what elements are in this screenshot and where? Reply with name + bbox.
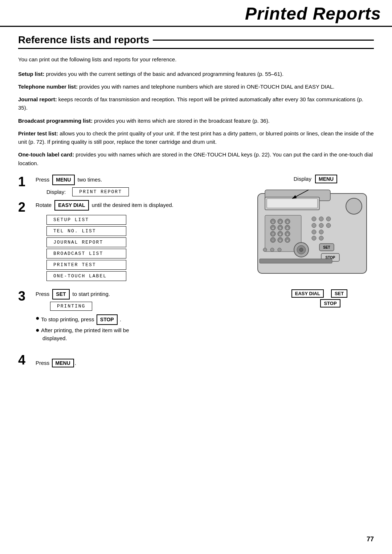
title-line (153, 40, 374, 41)
diag-display-row: Display MENU (294, 175, 338, 183)
step-1-number: 1 (18, 175, 36, 188)
page-header: Printed Reports (0, 0, 392, 27)
para-printer: Printer test list: allows you to check t… (18, 129, 374, 146)
page-title: Printed Reports (245, 4, 381, 24)
svg-point-32 (319, 217, 323, 221)
steps-right: Display MENU (250, 175, 374, 348)
step-3-bullets: ● To stop printing, press STOP . ● After… (36, 314, 243, 343)
diag-easy-dial-button[interactable]: EASY DIAL (291, 289, 324, 298)
svg-point-35 (319, 223, 323, 228)
stop-label-group: STOP (319, 299, 341, 307)
step-4-text: Press (36, 360, 49, 366)
step-2-easydial-button[interactable]: EASY DIAL (54, 200, 89, 211)
svg-text:SET: SET (323, 245, 330, 249)
bullet-1-text: To stop printing, press STOP . (41, 314, 121, 325)
easy-dial-label-group: EASY DIAL (291, 289, 324, 298)
svg-point-38 (319, 230, 323, 234)
set-label-group: SET (330, 289, 348, 298)
steps-columns: 1 Press MENU two times. Display: PRINT R… (18, 175, 374, 348)
step-3-line: Press SET to start printing. (36, 289, 243, 300)
svg-rect-52 (260, 259, 332, 263)
intro-text: You can print out the following lists an… (18, 56, 374, 64)
para-broadcast: Broadcast programming list: provides you… (18, 117, 374, 125)
svg-text:5: 5 (279, 227, 281, 230)
para-setup-bold: Setup list: (18, 71, 45, 77)
step-2-line: Rotate EASY DIAL until the desired item … (36, 200, 243, 211)
svg-rect-3 (267, 199, 318, 208)
svg-point-40 (319, 236, 323, 240)
step-3-set-button[interactable]: SET (52, 289, 69, 300)
menu-item-1: TEL NO. LIST (46, 226, 126, 236)
svg-text:*: * (272, 239, 273, 242)
diag-display-label: Display (294, 176, 311, 182)
para-printer-text: allows you to check the print quality of… (18, 130, 374, 145)
page-number: 77 (367, 535, 374, 543)
step-1-display-label: Display: (46, 189, 66, 195)
para-broadcast-text: provides you with items which are stored… (93, 118, 270, 124)
svg-text:#: # (287, 239, 289, 242)
svg-point-39 (312, 236, 316, 240)
menu-item-2: JOURNAL REPORT (46, 237, 126, 247)
para-setup: Setup list: provides you with the curren… (18, 70, 374, 78)
diag-stop-button[interactable]: STOP (320, 299, 340, 307)
step-4-content: Press MENU . (36, 359, 76, 367)
step-1-display-value: PRINT REPORT (72, 187, 129, 196)
step-2-number: 2 (18, 200, 36, 214)
diag-menu-button[interactable]: MENU (315, 175, 337, 183)
step-4-menu-button[interactable]: MENU (52, 359, 74, 367)
svg-text:1: 1 (272, 220, 274, 224)
svg-text:8: 8 (279, 233, 281, 236)
stop-button[interactable]: STOP (97, 314, 118, 325)
svg-point-51 (346, 198, 362, 214)
paragraphs-list: Setup list: provides you with the curren… (18, 70, 374, 167)
svg-point-42 (270, 248, 274, 252)
menu-item-5: ONE-TOUCH LABEL (46, 271, 126, 281)
step-1-text: Press (36, 176, 49, 184)
step-1-menu-button[interactable]: MENU (52, 175, 74, 185)
step-3-display-value: PRINTING (50, 302, 92, 311)
step-1-row: 1 Press MENU two times. Display: PRINT R… (18, 175, 243, 196)
fax-diagram: 1 2 3 4 5 6 7 8 9 (254, 186, 370, 288)
steps-left: 1 Press MENU two times. Display: PRINT R… (18, 175, 243, 348)
menu-item-0: SETUP LIST (46, 215, 126, 225)
svg-point-37 (312, 230, 316, 234)
step-3-number: 3 (18, 289, 36, 303)
para-onetouch-bold: One-touch label card: (18, 151, 74, 158)
svg-point-43 (278, 248, 281, 252)
svg-text:0: 0 (279, 239, 281, 242)
step-1-content: Press MENU two times. Display: PRINT REP… (36, 175, 243, 196)
svg-text:7: 7 (272, 233, 274, 236)
para-telephone-bold: Telephone number list: (18, 83, 78, 90)
para-telephone-text: provides you with names and telephone nu… (78, 83, 335, 90)
step-2-content: Rotate EASY DIAL until the desired item … (36, 200, 243, 285)
diag-labels: EASY DIAL SET (291, 289, 348, 298)
bullet-2-dot: ● (36, 326, 40, 334)
step-3-text: Press (36, 290, 49, 298)
step-4-row: 4 Press MENU . (18, 353, 374, 367)
para-journal-bold: Journal report: (18, 96, 57, 102)
step-3-row: 3 Press SET to start printing. PRINTING (18, 289, 243, 344)
svg-point-41 (263, 248, 267, 252)
step-1-text2: two times. (78, 176, 102, 184)
menu-item-4: PRINTER TEST (46, 260, 126, 270)
svg-point-34 (312, 223, 316, 228)
step-3-display-row: PRINTING (46, 302, 243, 311)
para-journal-text: keeps records of fax transmission and re… (18, 96, 363, 111)
para-broadcast-bold: Broadcast programming list: (18, 118, 93, 124)
diag-set-button[interactable]: SET (331, 289, 347, 298)
step-1-display-row: Display: PRINT REPORT (46, 187, 243, 196)
steps-area: 1 Press MENU two times. Display: PRINT R… (18, 175, 374, 367)
svg-text:3: 3 (287, 220, 289, 224)
step-4-number: 4 (18, 353, 36, 367)
svg-text:9: 9 (287, 233, 289, 236)
step-2-row: 2 Rotate EASY DIAL until the desired ite… (18, 200, 243, 285)
step-4-text2: . (75, 360, 76, 366)
para-onetouch: One-touch label card: provides you with … (18, 150, 374, 167)
svg-point-31 (312, 217, 316, 221)
para-telephone: Telephone number list: provides you with… (18, 82, 374, 91)
step-1-line: Press MENU two times. (36, 175, 243, 185)
menu-item-3: BROADCAST LIST (46, 249, 126, 258)
step-2-menu-list: SETUP LIST TEL NO. LIST JOURNAL REPORT B… (46, 215, 243, 281)
bullet-2-text: After printing, the printed item will be… (41, 326, 129, 343)
svg-point-36 (326, 223, 331, 228)
